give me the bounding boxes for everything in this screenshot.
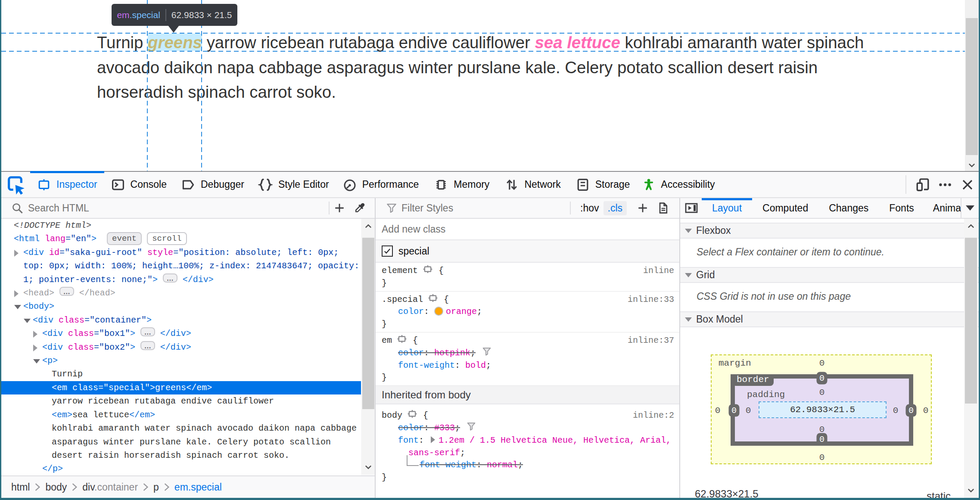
border-left-value[interactable]: 0: [729, 404, 740, 417]
rule-source-link[interactable]: inline:37: [628, 335, 674, 347]
overridden-filter-icon[interactable]: [482, 348, 492, 356]
expand-arrow[interactable]: [33, 345, 37, 351]
expand-arrow[interactable]: [33, 331, 37, 338]
sidebar-scrollbar-down-arrow[interactable]: [964, 486, 978, 495]
sidebar-tab-changes[interactable]: Changes: [818, 198, 879, 218]
markup-row[interactable]: <div class="box1"> … </div>: [1, 327, 361, 340]
border-top-value[interactable]: 0: [817, 372, 828, 385]
markup-row[interactable]: <div class="container">: [1, 314, 361, 327]
sidebar-tab-animations[interactable]: Animations: [924, 198, 961, 218]
padding-top-value[interactable]: 0: [819, 388, 825, 398]
rule-line[interactable]: color: #333;: [376, 422, 679, 435]
markup-row[interactable]: <html lang="en"> event scroll: [1, 232, 361, 245]
sidebar-toggle-button[interactable]: [684, 201, 698, 215]
rule-line[interactable]: }: [376, 277, 679, 290]
markup-badge[interactable]: event: [107, 232, 142, 245]
tab-network[interactable]: Network: [497, 172, 568, 197]
markup-row[interactable]: 1; pointer-events: none;"> … </div>: [1, 273, 361, 286]
overridden-filter-icon[interactable]: [466, 423, 476, 431]
expand-arrow[interactable]: [14, 290, 19, 297]
selector-highlighter-icon[interactable]: [396, 335, 408, 343]
breadcrumb-item[interactable]: body: [45, 481, 67, 493]
rule-line[interactable]: color: hotpink;: [376, 347, 679, 360]
box-model-content-box[interactable]: 62.9833×21.5: [759, 401, 887, 418]
markup-row[interactable]: <div id="saka-gui-root" style="position:…: [1, 246, 361, 259]
add-rule-button[interactable]: [633, 202, 653, 214]
devtools-close-button[interactable]: [956, 175, 979, 194]
color-swatch[interactable]: [434, 307, 443, 316]
print-simulation-button[interactable]: [653, 202, 673, 214]
expand-arrow[interactable]: [24, 319, 31, 323]
page-scrollbar-down-arrow[interactable]: [965, 161, 979, 170]
markup-badge[interactable]: …: [59, 287, 74, 296]
rule-line[interactable]: }: [376, 318, 679, 331]
eyedropper-button[interactable]: [349, 202, 370, 214]
rule-line[interactable]: font-weight: bold;: [376, 360, 679, 372]
rule-line[interactable]: sans-serif;: [376, 447, 679, 460]
markup-row[interactable]: <div class="box2"> … </div>: [1, 341, 361, 354]
sidebar-scrollbar-up-arrow[interactable]: [964, 221, 978, 231]
markup-scrollbar[interactable]: [361, 219, 375, 475]
add-node-button[interactable]: [330, 202, 349, 214]
rule-line[interactable]: em {inline:37: [376, 335, 679, 347]
markup-scrollbar-down-arrow[interactable]: [361, 463, 375, 472]
devtools-menu-button[interactable]: [934, 175, 956, 194]
sidebar-scrollbar-thumb[interactable]: [965, 238, 977, 404]
sidebar-tab-computed[interactable]: Computed: [752, 198, 818, 218]
rule-line[interactable]: font-weight: normal;: [376, 459, 679, 472]
border-right-value[interactable]: 0: [906, 404, 917, 417]
tab-memory[interactable]: Memory: [426, 172, 497, 197]
margin-bottom-value[interactable]: 0: [819, 453, 825, 463]
search-input[interactable]: Search HTML: [28, 202, 89, 214]
tab-style-editor[interactable]: Style Editor: [252, 172, 335, 197]
markup-row[interactable]: yarrow ricebean rutabaga endive cauliflo…: [1, 394, 361, 408]
rule-line[interactable]: }: [376, 372, 679, 384]
markup-badge[interactable]: …: [163, 273, 177, 283]
markup-row-selected[interactable]: <em class="special">greens</em>: [1, 381, 361, 394]
markup-scrollbar-up-arrow[interactable]: [361, 221, 375, 231]
sidebar-tab-layout[interactable]: Layout: [702, 198, 752, 218]
selector-highlighter-icon[interactable]: [407, 410, 418, 418]
tab-debugger[interactable]: Debugger: [174, 172, 252, 197]
sidebar-tab-fonts[interactable]: Fonts: [879, 198, 924, 218]
markup-row[interactable]: <!DOCTYPE html>: [1, 219, 361, 232]
breadcrumb-item[interactable]: div.container: [82, 481, 138, 493]
markup-row[interactable]: asparagus winter purslane kale. Celery p…: [1, 435, 361, 449]
expand-arrow[interactable]: [33, 359, 40, 363]
margin-top-value[interactable]: 0: [819, 358, 825, 368]
selector-highlighter-icon[interactable]: [427, 294, 439, 302]
pseudo-class-button[interactable]: :hov: [580, 202, 599, 214]
rule-source-link[interactable]: inline:33: [628, 294, 674, 306]
class-toggle-button[interactable]: .cls: [604, 201, 627, 215]
breadcrumb-item[interactable]: p: [153, 481, 159, 493]
font-shorthand-expander[interactable]: [431, 436, 435, 443]
padding-left-value[interactable]: 0: [746, 406, 751, 416]
tab-storage[interactable]: Storage: [569, 172, 638, 197]
tab-console[interactable]: Console: [104, 172, 174, 197]
rule-line[interactable]: .special {inline:33: [376, 294, 679, 306]
rule-line[interactable]: }: [376, 472, 679, 484]
filter-styles-input[interactable]: Filter Styles: [401, 202, 453, 214]
page-scrollbar-thumb[interactable]: [966, 18, 978, 155]
markup-badge[interactable]: scroll: [147, 232, 187, 245]
section-header-flexbox[interactable]: Flexbox: [680, 223, 979, 239]
node-picker-button[interactable]: [1, 172, 29, 197]
markup-row[interactable]: top: 0px; width: 100%; height…100%; z-in…: [1, 259, 361, 273]
markup-row[interactable]: <head> … </head>: [1, 286, 361, 300]
rule-line[interactable]: font: 1.2em / 1.5 Helvetica Neue, Helvet…: [376, 435, 679, 447]
expand-arrow[interactable]: [14, 305, 21, 309]
sidebar-tabs-dropdown[interactable]: [961, 205, 979, 211]
section-header-box-model[interactable]: Box Model: [680, 311, 979, 327]
markup-badge[interactable]: …: [140, 341, 155, 350]
padding-right-value[interactable]: 0: [893, 406, 899, 416]
markup-row[interactable]: <em>sea lettuce</em>: [1, 408, 361, 422]
add-class-input[interactable]: Add new class: [382, 224, 445, 235]
rule-line[interactable]: body {inline:2: [376, 410, 679, 422]
rule-source-link[interactable]: inline:2: [633, 410, 674, 422]
sidebar-scrollbar[interactable]: [964, 219, 978, 498]
tab-performance[interactable]: Performance: [335, 172, 427, 197]
class-checkbox-label[interactable]: special: [398, 245, 429, 257]
section-header-grid[interactable]: Grid: [680, 267, 979, 283]
markup-row[interactable]: <body>: [1, 300, 361, 313]
rule-line[interactable]: color: orange;: [376, 306, 679, 318]
